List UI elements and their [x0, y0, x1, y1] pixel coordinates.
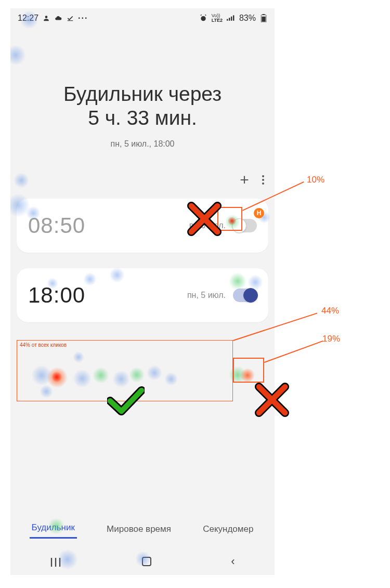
signal-icon	[227, 15, 235, 22]
annotation-label-44: 44%	[321, 306, 339, 316]
annotation-label-10: 10%	[307, 175, 324, 185]
alarm-time: 08:50	[28, 213, 85, 238]
nav-back-button[interactable]: ‹	[231, 555, 235, 568]
heat-dot	[93, 367, 109, 384]
tab-stopwatch[interactable]: Секундомер	[201, 520, 255, 539]
heat-dot	[47, 367, 68, 388]
alarm-header: Будильник через 5 ч. 33 мин. пн, 5 июл.,…	[10, 26, 275, 159]
phone-screen: 12:27 ··· Vo))LTE2 83% Будильник через 5…	[10, 8, 275, 575]
status-battery-text: 83%	[239, 14, 256, 23]
alarm-toggle-0[interactable]	[233, 219, 257, 232]
heat-dot	[40, 385, 53, 398]
svg-rect-7	[262, 17, 265, 22]
svg-point-0	[201, 16, 205, 21]
svg-rect-2	[229, 18, 230, 21]
more-options-button[interactable]	[259, 173, 267, 187]
check-icon	[67, 15, 74, 22]
heat-dot	[164, 372, 178, 386]
heat-dot	[112, 370, 130, 388]
alarm-toolbar: +	[10, 159, 275, 193]
heat-dot	[229, 366, 246, 384]
alarm-card-1[interactable]: 18:00 пн, 5 июл.	[17, 268, 268, 322]
annotation-cross-toggle	[255, 383, 289, 417]
status-bar: 12:27 ··· Vo))LTE2 83%	[10, 8, 275, 26]
heat-dot	[73, 351, 84, 363]
nav-recents-button[interactable]: |||	[50, 556, 62, 567]
svg-rect-1	[227, 19, 228, 21]
battery-icon	[260, 14, 267, 22]
alarm-icon	[199, 14, 207, 22]
alarm-card-0[interactable]: 08:50 вт, 6 июл.	[17, 199, 268, 253]
tab-alarm[interactable]: Будильник	[30, 518, 77, 539]
annotation-label-19: 19%	[322, 334, 340, 344]
add-alarm-button[interactable]: +	[237, 173, 252, 187]
nav-home-button[interactable]	[142, 557, 151, 566]
alarm-date: пн, 5 июл.	[187, 291, 226, 300]
bottom-tabs: Будильник Мировое время Секундомер	[10, 518, 275, 544]
status-more-icon: ···	[78, 14, 88, 23]
heat-dot	[129, 367, 145, 383]
heat-dot	[147, 365, 162, 381]
heat-dot	[31, 365, 52, 386]
cloud-icon	[54, 15, 62, 22]
status-icon-person	[43, 15, 50, 22]
annotation-check	[107, 386, 145, 418]
alarm-time: 18:00	[28, 283, 85, 308]
status-time: 12:27	[18, 14, 38, 23]
status-network-label: Vo))LTE2	[212, 14, 223, 23]
annotation-cross-add	[187, 202, 222, 236]
svg-rect-3	[231, 17, 232, 21]
header-line1: Будильник через	[21, 82, 264, 106]
heat-dot	[240, 368, 255, 383]
header-line2: 5 ч. 33 мин.	[21, 106, 264, 130]
heat-dot	[51, 371, 62, 383]
header-subtitle: пн, 5 июл., 18:00	[21, 139, 264, 149]
tab-worldclock[interactable]: Мировое время	[105, 520, 173, 539]
alarm-toggle-1[interactable]	[233, 289, 257, 302]
svg-rect-4	[233, 15, 234, 20]
heat-dot	[73, 369, 92, 388]
plus-icon: +	[240, 172, 249, 188]
system-nav-bar: ||| ‹	[10, 548, 275, 575]
